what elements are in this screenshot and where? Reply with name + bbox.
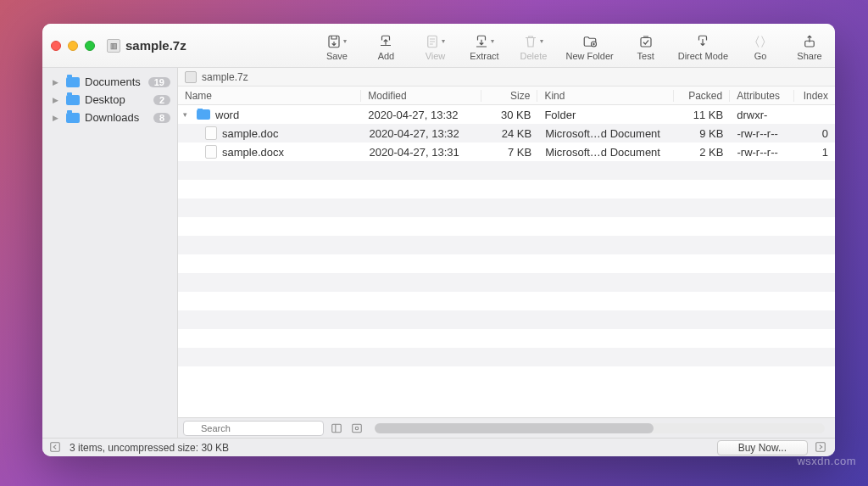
toolbar-label: Go (754, 51, 767, 61)
close-window-button[interactable] (51, 41, 61, 51)
cell-packed: 11 KB (674, 109, 731, 121)
test-icon (638, 34, 654, 49)
cell-packed: 2 KB (674, 146, 730, 159)
cell-name: sample.doc (222, 127, 278, 140)
chevron-right-icon: ▶ (53, 78, 61, 87)
archive-icon: ▥ (107, 39, 120, 53)
cell-kind: Microsoft…d Document (538, 146, 674, 159)
cell-size: 24 KB (482, 127, 538, 140)
window-title-text: sample.7z (125, 38, 186, 53)
cell-attributes: -rw-r--r-- (730, 146, 794, 159)
horizontal-scrollbar[interactable] (375, 423, 825, 433)
go-back-icon[interactable]: 〈 (755, 34, 760, 48)
preview-toggle-icon[interactable] (349, 421, 364, 436)
go-forward-icon[interactable]: 〉 (761, 34, 765, 48)
status-bar: 3 items, uncompressed size: 30 KB Buy No… (42, 438, 835, 456)
share-icon (802, 34, 817, 49)
breadcrumb-label: sample.7z (202, 71, 248, 83)
toolbar-label: View (426, 51, 446, 61)
cell-packed: 9 KB (674, 127, 730, 140)
sidebar-item-desktop[interactable]: ▶ Desktop 2 (42, 91, 177, 109)
cell-name: sample.docx (222, 146, 284, 159)
empty-rows (178, 161, 835, 385)
svg-rect-3 (641, 37, 651, 47)
toolbar: ▾ Save Add ▾ View ▾ (320, 31, 826, 61)
chevron-right-icon: ▶ (53, 96, 61, 104)
sidebar-item-downloads[interactable]: ▶ Downloads 8 (42, 109, 177, 126)
delete-button[interactable]: ▾ Delete (516, 34, 550, 61)
sidebar-item-label: Documents (85, 75, 141, 88)
cell-attributes: drwxr- (730, 109, 794, 121)
cell-modified: 2020-04-27, 13:32 (363, 127, 482, 140)
svg-rect-10 (816, 442, 826, 451)
table-body: ▾ word 2020-04-27, 13:32 30 KB Folder 11… (178, 105, 835, 417)
column-header-modified[interactable]: Modified (361, 90, 481, 102)
save-icon (326, 34, 342, 49)
folder-icon (197, 109, 210, 120)
collapse-left-icon[interactable] (49, 441, 63, 455)
go-button[interactable]: 〈 〉 Go (743, 34, 777, 61)
count-badge: 8 (153, 113, 170, 123)
file-table: Name Modified Size Kind Packed Attribute… (178, 87, 835, 417)
chevron-down-icon[interactable]: ▾ (183, 110, 192, 119)
column-header-name[interactable]: Name (178, 90, 361, 102)
cell-kind: Microsoft…d Document (538, 127, 674, 140)
test-button[interactable]: Test (629, 34, 663, 61)
cell-name: word (215, 109, 239, 121)
new-folder-button[interactable]: New Folder (565, 34, 613, 61)
extract-icon (474, 34, 489, 49)
count-badge: 19 (148, 77, 170, 87)
scrollbar-thumb[interactable] (375, 423, 654, 433)
view-button[interactable]: ▾ View (418, 34, 452, 61)
svg-rect-6 (332, 424, 342, 432)
sidebar-item-label: Downloads (85, 111, 139, 124)
table-header: Name Modified Size Kind Packed Attribute… (178, 87, 835, 105)
sidebar: ▶ Documents 19 ▶ Desktop 2 ▶ Downloads 8 (42, 68, 178, 438)
sidebar-toggle-icon[interactable] (329, 421, 344, 436)
count-badge: 2 (153, 95, 170, 105)
chevron-down-icon: ▾ (343, 37, 347, 45)
table-row[interactable]: sample.docx 2020-04-27, 13:31 7 KB Micro… (178, 142, 835, 161)
new-folder-icon (581, 34, 598, 49)
extract-button[interactable]: ▾ Extract (467, 34, 501, 61)
folder-icon (66, 77, 80, 87)
toolbar-label: Delete (520, 51, 548, 61)
buy-now-button[interactable]: Buy Now... (717, 440, 808, 455)
toolbar-label: Save (326, 51, 348, 61)
save-button[interactable]: ▾ Save (320, 34, 353, 61)
breadcrumb[interactable]: sample.7z (178, 68, 835, 87)
watermark-text: wsxdn.com (797, 455, 856, 467)
column-header-size[interactable]: Size (481, 90, 538, 102)
svg-rect-9 (51, 442, 60, 451)
cell-size: 7 KB (482, 146, 538, 159)
column-header-packed[interactable]: Packed (674, 90, 731, 102)
cell-kind: Folder (537, 109, 673, 121)
svg-rect-7 (353, 424, 362, 432)
column-header-kind[interactable]: Kind (537, 90, 673, 102)
zoom-window-button[interactable] (85, 41, 95, 51)
add-button[interactable]: Add (369, 34, 403, 61)
column-header-attributes[interactable]: Attributes (730, 90, 794, 102)
search-bar (178, 417, 835, 438)
app-window: ▥ sample.7z ▾ Save Add ▾ (42, 24, 835, 456)
search-input[interactable] (183, 421, 324, 436)
share-button[interactable]: Share (793, 34, 826, 61)
column-header-index[interactable]: Index (794, 90, 835, 102)
collapse-right-icon[interactable] (815, 441, 828, 455)
chevron-right-icon: ▶ (53, 114, 61, 122)
sidebar-item-documents[interactable]: ▶ Documents 19 (42, 73, 177, 91)
window-controls (51, 41, 95, 51)
table-row[interactable]: ▾ word 2020-04-27, 13:32 30 KB Folder 11… (178, 105, 835, 124)
direct-mode-button[interactable]: Direct Mode (678, 34, 728, 61)
chevron-down-icon: ▾ (491, 37, 494, 45)
toolbar-label: Add (378, 51, 395, 61)
chevron-down-icon: ▾ (442, 37, 445, 45)
minimize-window-button[interactable] (68, 41, 78, 51)
cell-index: 1 (794, 146, 835, 159)
table-row[interactable]: sample.doc 2020-04-27, 13:32 24 KB Micro… (178, 124, 835, 142)
svg-point-8 (355, 427, 359, 430)
document-icon (205, 145, 217, 159)
sidebar-item-label: Desktop (85, 93, 125, 106)
window-body: ▶ Documents 19 ▶ Desktop 2 ▶ Downloads 8 (42, 68, 835, 438)
view-icon (425, 34, 440, 49)
